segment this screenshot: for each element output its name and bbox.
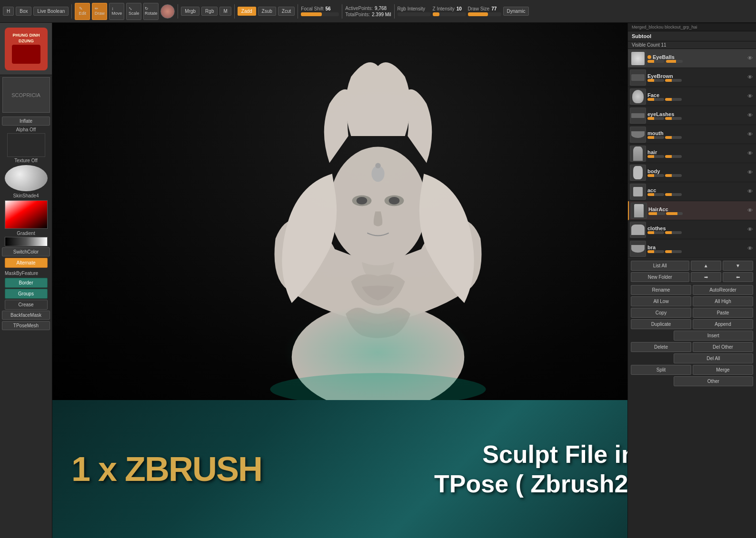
edit-button[interactable]: ✎ Edit	[75, 3, 90, 20]
bottom-banner: 1 x ZBRUSH Sculpt File in TPose ( Zbrush…	[52, 400, 704, 538]
top-toolbar: H Box Live Boolean ✎ Edit ✏ Draw ↕ Move …	[0, 0, 756, 23]
list-item[interactable]: Face 👁	[628, 87, 756, 106]
duplicate-button[interactable]: Duplicate	[631, 319, 691, 329]
inflate-button[interactable]: Inflate	[2, 117, 50, 126]
eye-icon[interactable]: 👁	[747, 169, 754, 176]
up-button[interactable]: ▲	[691, 261, 721, 271]
live-boolean-button[interactable]: Live Boolean	[33, 7, 69, 16]
separator	[178, 4, 178, 19]
tpose-mesh-button[interactable]: TPoseMesh	[2, 321, 50, 330]
crease-button[interactable]: Crease	[5, 300, 48, 310]
other-button[interactable]: Other	[674, 376, 753, 386]
eye-icon[interactable]: 👁	[747, 131, 754, 138]
list-item[interactable]: EyeBrown 👁	[628, 68, 756, 87]
list-item[interactable]: HairAcc 👁	[628, 201, 756, 220]
del-all-button[interactable]: Del All	[674, 353, 753, 363]
z-intensity-slider[interactable]	[433, 12, 466, 16]
subtool-thumb	[630, 241, 646, 257]
subtool-info: clothes	[647, 225, 746, 234]
split-button[interactable]: Split	[631, 365, 691, 375]
dynamic-button[interactable]: Dynamic	[503, 7, 529, 16]
subtool-info: hair	[647, 149, 746, 158]
draw-size-slider[interactable]	[468, 12, 501, 16]
separator	[234, 4, 235, 19]
delete-row: Delete Del Other	[631, 342, 753, 352]
box-button[interactable]: Box	[16, 7, 31, 16]
new-folder-button[interactable]: New Folder	[631, 272, 689, 282]
del-other-button[interactable]: Del Other	[693, 342, 753, 352]
zsub-button[interactable]: Zsub	[258, 7, 276, 16]
switch-color-button[interactable]: SwitchColor	[2, 247, 50, 256]
list-item[interactable]: bra 👁	[628, 239, 756, 258]
mini-slider2	[665, 231, 682, 234]
eye-icon[interactable]: 👁	[747, 55, 754, 62]
list-item[interactable]: clothes 👁	[628, 220, 756, 239]
zadd-button[interactable]: Zadd	[238, 7, 256, 16]
paste-button[interactable]: Paste	[693, 308, 753, 318]
eye-icon[interactable]: 👁	[747, 207, 754, 214]
eye-icon[interactable]: 👁	[747, 74, 754, 81]
scale-button[interactable]: ⤡ Scale	[126, 3, 141, 20]
list-all-button[interactable]: List All	[631, 261, 689, 271]
eye-icon[interactable]: 👁	[747, 226, 754, 233]
active-points-label: ActivePoints:	[345, 6, 373, 11]
down-button[interactable]: ▼	[723, 261, 753, 271]
hide-button[interactable]: H	[3, 7, 14, 16]
eye-icon[interactable]: 👁	[747, 150, 754, 157]
groups-button[interactable]: Groups	[5, 289, 48, 299]
color-picker[interactable]	[5, 200, 48, 229]
focal-shift-value: 56	[326, 6, 331, 11]
autoreorder-button[interactable]: AutoReorder	[693, 285, 753, 295]
focal-shift-group: Focal Shift 56	[301, 6, 339, 16]
merge-button[interactable]: Merge	[693, 365, 753, 375]
list-item[interactable]: acc 👁	[628, 182, 756, 201]
m-button[interactable]: M	[219, 7, 231, 16]
move-button[interactable]: ↕ Move	[109, 3, 124, 20]
rgb-intensity-slider[interactable]	[398, 12, 431, 16]
gradient-bar[interactable]	[5, 237, 48, 246]
material-sphere[interactable]	[160, 4, 175, 19]
draw-button[interactable]: ✏ Draw	[92, 3, 107, 20]
canvas-glow	[283, 305, 473, 400]
alpha-swatch[interactable]	[7, 133, 45, 157]
focal-shift-slider[interactable]	[301, 12, 339, 16]
move-up-arrow[interactable]: ➡	[691, 272, 721, 282]
copy-row: Copy Paste	[631, 308, 753, 318]
list-item[interactable]: eyeLashes 👁	[628, 106, 756, 125]
zcut-button[interactable]: Zcut	[278, 7, 295, 16]
delete-button[interactable]: Delete	[631, 342, 691, 352]
mrgb-button[interactable]: Mrgb	[181, 7, 199, 16]
subtool-info: EyeBalls	[647, 54, 746, 63]
subtool-thumb	[630, 127, 646, 143]
backface-mask-button[interactable]: BackfaceMask	[2, 311, 50, 320]
all-low-button[interactable]: All Low	[631, 296, 691, 306]
list-item[interactable]: mouth 👁	[628, 125, 756, 144]
append-button[interactable]: Append	[693, 319, 753, 329]
border-button[interactable]: Border	[5, 278, 48, 288]
move-down-arrow[interactable]: ⬅	[723, 272, 753, 282]
subtool-thumb	[630, 108, 646, 124]
rotate-button[interactable]: ↻ Rotate	[143, 3, 159, 20]
eye-icon[interactable]: 👁	[747, 245, 754, 252]
rename-button[interactable]: Rename	[631, 285, 691, 295]
all-high-button[interactable]: All High	[693, 296, 753, 306]
texture-swatch[interactable]	[5, 165, 48, 191]
subtool-thumb	[631, 203, 647, 219]
copy-button[interactable]: Copy	[631, 308, 691, 318]
insert-button[interactable]: Insert	[674, 331, 753, 341]
list-item[interactable]: EyeBalls 👁	[628, 49, 756, 68]
mini-slider	[647, 231, 664, 234]
rgb-button[interactable]: Rgb	[201, 7, 218, 16]
eye-icon[interactable]: 👁	[747, 93, 754, 100]
subtool-list: EyeBalls 👁 EyeBrown	[628, 49, 756, 258]
toggle-bar	[647, 79, 746, 82]
canvas-area[interactable]	[52, 23, 704, 400]
list-item[interactable]: hair 👁	[628, 144, 756, 163]
toggle-bar	[647, 231, 746, 234]
list-item[interactable]: body 👁	[628, 163, 756, 182]
subtool-name: EyeBalls	[647, 54, 746, 60]
eye-icon[interactable]: 👁	[747, 112, 754, 119]
eye-icon[interactable]: 👁	[747, 188, 754, 195]
alternate-button[interactable]: Alternate	[5, 258, 48, 268]
toggle-active	[647, 55, 651, 59]
